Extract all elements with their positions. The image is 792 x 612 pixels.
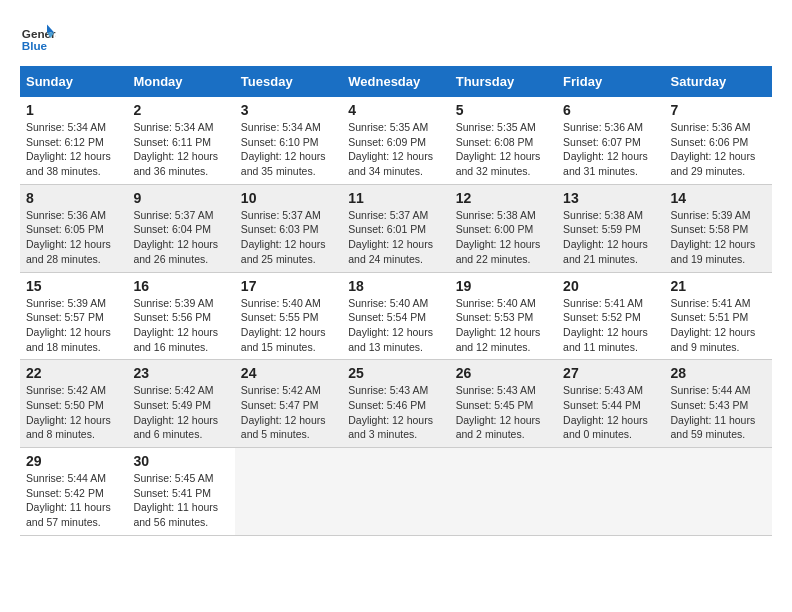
day-details: Sunrise: 5:41 AMSunset: 5:51 PMDaylight:…: [671, 296, 766, 355]
day-details: Sunrise: 5:37 AMSunset: 6:03 PMDaylight:…: [241, 208, 336, 267]
day-number: 27: [563, 365, 658, 381]
day-details: Sunrise: 5:42 AMSunset: 5:49 PMDaylight:…: [133, 383, 228, 442]
day-details: Sunrise: 5:40 AMSunset: 5:55 PMDaylight:…: [241, 296, 336, 355]
day-number: 9: [133, 190, 228, 206]
page-header: General Blue: [20, 20, 772, 56]
day-details: Sunrise: 5:44 AMSunset: 5:42 PMDaylight:…: [26, 471, 121, 530]
calendar-cell: 24Sunrise: 5:42 AMSunset: 5:47 PMDayligh…: [235, 360, 342, 448]
calendar-cell: 25Sunrise: 5:43 AMSunset: 5:46 PMDayligh…: [342, 360, 449, 448]
day-number: 4: [348, 102, 443, 118]
calendar-cell: 16Sunrise: 5:39 AMSunset: 5:56 PMDayligh…: [127, 272, 234, 360]
calendar-cell: [450, 448, 557, 536]
calendar-cell: [342, 448, 449, 536]
calendar-week-row: 29Sunrise: 5:44 AMSunset: 5:42 PMDayligh…: [20, 448, 772, 536]
day-details: Sunrise: 5:43 AMSunset: 5:45 PMDaylight:…: [456, 383, 551, 442]
calendar-cell: 18Sunrise: 5:40 AMSunset: 5:54 PMDayligh…: [342, 272, 449, 360]
day-details: Sunrise: 5:34 AMSunset: 6:12 PMDaylight:…: [26, 120, 121, 179]
logo: General Blue: [20, 20, 56, 56]
day-number: 2: [133, 102, 228, 118]
day-details: Sunrise: 5:37 AMSunset: 6:01 PMDaylight:…: [348, 208, 443, 267]
day-number: 24: [241, 365, 336, 381]
day-details: Sunrise: 5:40 AMSunset: 5:53 PMDaylight:…: [456, 296, 551, 355]
day-number: 22: [26, 365, 121, 381]
calendar-cell: 17Sunrise: 5:40 AMSunset: 5:55 PMDayligh…: [235, 272, 342, 360]
day-details: Sunrise: 5:35 AMSunset: 6:08 PMDaylight:…: [456, 120, 551, 179]
calendar-cell: 15Sunrise: 5:39 AMSunset: 5:57 PMDayligh…: [20, 272, 127, 360]
calendar-week-row: 22Sunrise: 5:42 AMSunset: 5:50 PMDayligh…: [20, 360, 772, 448]
col-header-saturday: Saturday: [665, 66, 772, 97]
day-number: 21: [671, 278, 766, 294]
day-number: 11: [348, 190, 443, 206]
day-number: 19: [456, 278, 551, 294]
day-number: 7: [671, 102, 766, 118]
calendar-week-row: 15Sunrise: 5:39 AMSunset: 5:57 PMDayligh…: [20, 272, 772, 360]
day-details: Sunrise: 5:42 AMSunset: 5:50 PMDaylight:…: [26, 383, 121, 442]
calendar-cell: 8Sunrise: 5:36 AMSunset: 6:05 PMDaylight…: [20, 184, 127, 272]
day-number: 26: [456, 365, 551, 381]
day-details: Sunrise: 5:44 AMSunset: 5:43 PMDaylight:…: [671, 383, 766, 442]
calendar-cell: 4Sunrise: 5:35 AMSunset: 6:09 PMDaylight…: [342, 97, 449, 184]
calendar-cell: 3Sunrise: 5:34 AMSunset: 6:10 PMDaylight…: [235, 97, 342, 184]
calendar-cell: 20Sunrise: 5:41 AMSunset: 5:52 PMDayligh…: [557, 272, 664, 360]
calendar-cell: [665, 448, 772, 536]
calendar-cell: 7Sunrise: 5:36 AMSunset: 6:06 PMDaylight…: [665, 97, 772, 184]
calendar-cell: 9Sunrise: 5:37 AMSunset: 6:04 PMDaylight…: [127, 184, 234, 272]
calendar-cell: 19Sunrise: 5:40 AMSunset: 5:53 PMDayligh…: [450, 272, 557, 360]
col-header-wednesday: Wednesday: [342, 66, 449, 97]
day-number: 1: [26, 102, 121, 118]
day-number: 3: [241, 102, 336, 118]
day-number: 17: [241, 278, 336, 294]
day-details: Sunrise: 5:41 AMSunset: 5:52 PMDaylight:…: [563, 296, 658, 355]
calendar-week-row: 8Sunrise: 5:36 AMSunset: 6:05 PMDaylight…: [20, 184, 772, 272]
calendar-cell: 11Sunrise: 5:37 AMSunset: 6:01 PMDayligh…: [342, 184, 449, 272]
day-number: 18: [348, 278, 443, 294]
day-details: Sunrise: 5:36 AMSunset: 6:06 PMDaylight:…: [671, 120, 766, 179]
day-details: Sunrise: 5:43 AMSunset: 5:46 PMDaylight:…: [348, 383, 443, 442]
day-number: 28: [671, 365, 766, 381]
day-number: 10: [241, 190, 336, 206]
calendar-week-row: 1Sunrise: 5:34 AMSunset: 6:12 PMDaylight…: [20, 97, 772, 184]
day-number: 23: [133, 365, 228, 381]
day-details: Sunrise: 5:39 AMSunset: 5:58 PMDaylight:…: [671, 208, 766, 267]
day-details: Sunrise: 5:36 AMSunset: 6:05 PMDaylight:…: [26, 208, 121, 267]
col-header-thursday: Thursday: [450, 66, 557, 97]
day-details: Sunrise: 5:38 AMSunset: 5:59 PMDaylight:…: [563, 208, 658, 267]
day-number: 25: [348, 365, 443, 381]
day-details: Sunrise: 5:36 AMSunset: 6:07 PMDaylight:…: [563, 120, 658, 179]
day-details: Sunrise: 5:43 AMSunset: 5:44 PMDaylight:…: [563, 383, 658, 442]
day-details: Sunrise: 5:34 AMSunset: 6:10 PMDaylight:…: [241, 120, 336, 179]
calendar-cell: 28Sunrise: 5:44 AMSunset: 5:43 PMDayligh…: [665, 360, 772, 448]
day-number: 30: [133, 453, 228, 469]
calendar-cell: 6Sunrise: 5:36 AMSunset: 6:07 PMDaylight…: [557, 97, 664, 184]
calendar-cell: 13Sunrise: 5:38 AMSunset: 5:59 PMDayligh…: [557, 184, 664, 272]
logo-icon: General Blue: [20, 20, 56, 56]
calendar-cell: 23Sunrise: 5:42 AMSunset: 5:49 PMDayligh…: [127, 360, 234, 448]
svg-text:Blue: Blue: [22, 39, 48, 52]
calendar-cell: 30Sunrise: 5:45 AMSunset: 5:41 PMDayligh…: [127, 448, 234, 536]
day-details: Sunrise: 5:45 AMSunset: 5:41 PMDaylight:…: [133, 471, 228, 530]
day-details: Sunrise: 5:38 AMSunset: 6:00 PMDaylight:…: [456, 208, 551, 267]
calendar-cell: 27Sunrise: 5:43 AMSunset: 5:44 PMDayligh…: [557, 360, 664, 448]
day-number: 14: [671, 190, 766, 206]
calendar-cell: 21Sunrise: 5:41 AMSunset: 5:51 PMDayligh…: [665, 272, 772, 360]
calendar-cell: 26Sunrise: 5:43 AMSunset: 5:45 PMDayligh…: [450, 360, 557, 448]
day-number: 20: [563, 278, 658, 294]
calendar-cell: 29Sunrise: 5:44 AMSunset: 5:42 PMDayligh…: [20, 448, 127, 536]
day-number: 13: [563, 190, 658, 206]
day-number: 16: [133, 278, 228, 294]
day-details: Sunrise: 5:37 AMSunset: 6:04 PMDaylight:…: [133, 208, 228, 267]
calendar-cell: 10Sunrise: 5:37 AMSunset: 6:03 PMDayligh…: [235, 184, 342, 272]
col-header-friday: Friday: [557, 66, 664, 97]
day-number: 5: [456, 102, 551, 118]
col-header-sunday: Sunday: [20, 66, 127, 97]
day-number: 6: [563, 102, 658, 118]
day-details: Sunrise: 5:39 AMSunset: 5:56 PMDaylight:…: [133, 296, 228, 355]
day-details: Sunrise: 5:35 AMSunset: 6:09 PMDaylight:…: [348, 120, 443, 179]
day-number: 12: [456, 190, 551, 206]
calendar-cell: 5Sunrise: 5:35 AMSunset: 6:08 PMDaylight…: [450, 97, 557, 184]
day-number: 15: [26, 278, 121, 294]
calendar-table: SundayMondayTuesdayWednesdayThursdayFrid…: [20, 66, 772, 536]
calendar-cell: 14Sunrise: 5:39 AMSunset: 5:58 PMDayligh…: [665, 184, 772, 272]
calendar-cell: 2Sunrise: 5:34 AMSunset: 6:11 PMDaylight…: [127, 97, 234, 184]
calendar-header-row: SundayMondayTuesdayWednesdayThursdayFrid…: [20, 66, 772, 97]
